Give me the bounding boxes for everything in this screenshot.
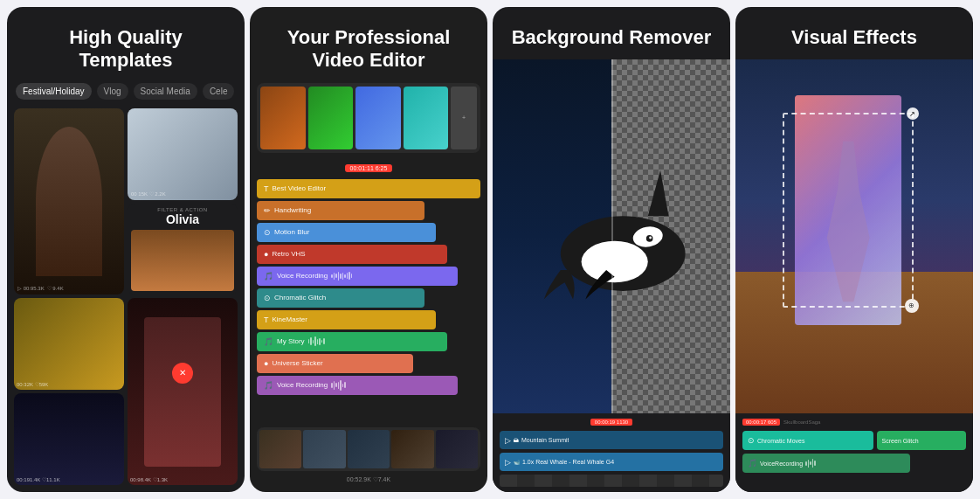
svg-point-1 (582, 240, 648, 282)
svg-point-5 (650, 236, 652, 239)
track-icon-2: ⊙ (264, 228, 271, 237)
app-store-screenshots: High Quality Templates Festival/Holiday … (0, 0, 980, 499)
filter-vlog[interactable]: Vlog (97, 83, 128, 100)
track-4: 🎵 Voice Recording (257, 267, 458, 286)
vfx-voice-icon: 🎵 (748, 459, 757, 468)
screenshot-video-editor: Your Professional Video Editor + 00:01:1… (250, 7, 487, 492)
vfx-timeline: 00:00:17 605 SkullboardSaga ⊙ Chromatic … (735, 413, 973, 492)
card-2-title: Your Professional Video Editor (264, 26, 473, 73)
media-stats-1: ▷ 00:95.3K♡ 9.4K (17, 285, 64, 291)
phone-name: Olivia (166, 212, 199, 226)
media-item-3: 00:32K ♡59K (14, 298, 124, 390)
bg-track-label-0: Mountain Summit (521, 437, 569, 443)
bottom-thumb-2 (303, 430, 345, 468)
bg-track-0: ▷ 🏔 Mountain Summit (500, 431, 723, 449)
track-label-3: Retro VHS (272, 250, 305, 258)
track-1: ✏ Handwriting (257, 201, 424, 220)
vfx-track-voice: 🎵 VoiceRecording (742, 454, 910, 473)
media-stats-2: 00 15K ♡ 2.2K (131, 191, 166, 197)
track-6: T KineMaster (257, 310, 436, 329)
editor-bottom-strip (257, 427, 480, 471)
bg-track-thumb-0: 🏔 (514, 438, 519, 443)
media-item-4: ✕ 00:98.4K ♡1.3K (128, 298, 238, 485)
track-0: T Best Video Editor (257, 179, 480, 198)
bg-track-label-1: 1.0x Real Whale - Real Whale G4 (522, 459, 614, 465)
vfx-track-screen: Screen Glitch (877, 431, 966, 450)
track-label-9: Voice Recording (277, 381, 328, 389)
wave-7 (308, 336, 325, 347)
track-9: 🎵 Voice Recording (257, 376, 458, 395)
card-4-title-area: Visual Effects (735, 7, 973, 59)
bottom-thumb-5 (436, 430, 478, 468)
bg-timecode: 00:00:19 1130 (590, 419, 632, 426)
bottom-thumb-1 (259, 430, 301, 468)
track-label-2: Motion Blur (274, 228, 309, 236)
media-item-5: 00:191.4K ♡11.1K (14, 393, 124, 485)
bg-track-thumb-1: 🐋 (514, 459, 520, 465)
bg-film-strip (500, 475, 723, 487)
card-3-title: Background Remover (507, 26, 716, 49)
wave-4 (331, 271, 352, 281)
track-7: 🎵 My Story (257, 332, 447, 351)
filter-tabs: Festival/Holiday Vlog Social Media Cele (7, 83, 245, 108)
card-3-title-area: Background Remover (493, 7, 730, 59)
screenshot-bg-remover: Background Remover (493, 7, 730, 492)
preview-outdoor (308, 87, 354, 149)
timeline-tracks: T Best Video Editor ✏ Handwriting ⊙ Moti… (257, 179, 480, 424)
track-icon-4: 🎵 (264, 272, 273, 281)
screenshot-visual-effects: Visual Effects ⊕ ↗ (735, 7, 973, 492)
filter-cele[interactable]: Cele (203, 83, 235, 100)
preview-nature (404, 87, 449, 149)
divider-line (611, 59, 613, 413)
track-8: ● Universe Sticker (257, 354, 413, 373)
vfx-voice-label: VoiceRecording (760, 461, 803, 467)
timecode-area: 00:01:11 6:25 (257, 158, 480, 174)
editor-content: + 00:01:11 6:25 T Best Video Editor ✏ Ha… (250, 83, 487, 492)
preview-portrait (355, 87, 401, 149)
vfx-screen-label: Screen Glitch (882, 438, 919, 444)
bg-track-icon-0: ▷ (505, 436, 511, 445)
bottom-stats: 00:52.9K ♡7.4K (257, 475, 480, 485)
track-label-7: My Story (277, 337, 305, 345)
track-icon-6: T (264, 315, 269, 324)
card-4-title: Visual Effects (749, 26, 959, 49)
selection-box: ⊕ ↗ (783, 113, 914, 308)
vfx-timecode-row: 00:00:17 605 SkullboardSaga (742, 419, 966, 426)
card-1-title: High Quality Templates (21, 26, 231, 73)
vfx-track-chromatic: ⊙ Chromatic Moves (742, 431, 873, 450)
vfx-chromatic-label: Chromatic Moves (757, 438, 804, 444)
media-item-phone: FILTER & ACTION Olivia (128, 204, 238, 295)
filter-social[interactable]: Social Media (134, 83, 197, 100)
track-2: ⊙ Motion Blur (257, 223, 436, 242)
vfx-scene: ⊕ ↗ (735, 59, 973, 413)
track-5: ⊙ Chromatic Glitch (257, 288, 424, 308)
track-icon-3: ● (264, 250, 268, 259)
preview-food (260, 87, 306, 149)
track-label-8: Universe Sticker (272, 359, 322, 367)
timecode-badge: 00:01:11 6:25 (345, 164, 393, 172)
media-item-1: ▷ 00:95.3K♡ 9.4K (14, 108, 124, 295)
orca-scene (493, 59, 730, 413)
vfx-content: ⊕ ↗ 00:00:17 605 SkullboardSaga ⊙ Chroma… (735, 59, 973, 492)
selection-corner-handle[interactable]: ↗ (907, 107, 919, 120)
track-label-0: Best Video Editor (273, 184, 327, 192)
vfx-chromatic-icon: ⊙ (748, 436, 755, 445)
vfx-timecode: 00:00:17 605 (742, 419, 780, 426)
selection-handle[interactable]: ⊕ (905, 299, 919, 313)
track-icon-1: ✏ (264, 206, 271, 215)
screenshot-templates: High Quality Templates Festival/Holiday … (7, 7, 245, 492)
filter-festival[interactable]: Festival/Holiday (16, 83, 92, 100)
track-label-6: KineMaster (273, 315, 307, 323)
track-icon-7: 🎵 (264, 337, 273, 346)
bg-remover-timeline: 00:00:19 1130 ▷ 🏔 Mountain Summit ▷ 🐋 1.… (493, 413, 730, 492)
card-2-title-area: Your Professional Video Editor (250, 7, 487, 83)
track-label-1: Handwriting (274, 206, 311, 214)
track-label-5: Chromatic Glitch (274, 294, 326, 301)
track-icon-8: ● (264, 359, 268, 368)
track-label-4: Voice Recording (277, 272, 328, 280)
vfx-wave (805, 458, 816, 468)
bg-remover-main: 00:00:19 1130 ▷ 🏔 Mountain Summit ▷ 🐋 1.… (493, 59, 730, 492)
card-1-title-area: High Quality Templates (7, 7, 245, 83)
track-icon-0: T (264, 184, 269, 193)
track-icon-9: 🎵 (264, 381, 273, 390)
